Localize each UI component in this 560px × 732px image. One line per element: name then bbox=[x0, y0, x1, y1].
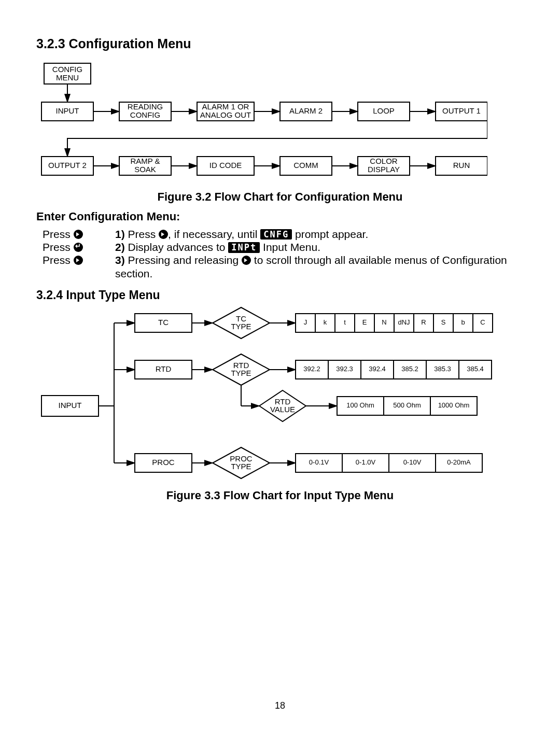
opt-label: 0-20mA bbox=[447, 458, 471, 466]
box-rtd: RTD bbox=[156, 364, 172, 373]
box-comm: COMM bbox=[293, 161, 318, 170]
box-output2: OUTPUT 2 bbox=[48, 161, 87, 170]
opt-label: 100 Ohm bbox=[346, 401, 374, 409]
badge-inpt: INPt bbox=[228, 242, 260, 252]
opt-label: b bbox=[461, 318, 465, 326]
opt-label: dNJ bbox=[398, 318, 410, 326]
dia-proctype-l2: TYPE bbox=[231, 462, 251, 471]
step2-pre: Display advances to bbox=[125, 241, 229, 253]
box-ramp-l1: RAMP & bbox=[130, 157, 160, 165]
box-loop: LOOP bbox=[373, 106, 395, 115]
box-alarm1-l2: ANALOG OUT bbox=[200, 110, 251, 119]
opt-label: 392.4 bbox=[369, 365, 386, 373]
badge-cnfg: CNFG bbox=[260, 229, 292, 240]
step1-num: 1) bbox=[115, 228, 125, 240]
opt-label: S bbox=[441, 318, 446, 326]
step2-post: Input Menu. bbox=[260, 241, 320, 253]
step1-mid: , if necessary, until bbox=[168, 228, 260, 240]
dia-rtdtype-l2: TYPE bbox=[231, 369, 251, 377]
box-input2: INPUT bbox=[59, 401, 82, 410]
opt-label: 500 Ohm bbox=[393, 401, 421, 409]
fig-33-caption: Figure 3.3 Flow Chart for Input Type Men… bbox=[36, 489, 524, 502]
box-color-l1: COLOR bbox=[370, 157, 398, 165]
box-idcode: ID CODE bbox=[209, 161, 242, 170]
opt-label: 385.2 bbox=[401, 365, 418, 373]
opt-label: 0-10V bbox=[403, 458, 422, 466]
section-323-heading: 3.2.3 Configuration Menu bbox=[36, 36, 524, 51]
box-proc: PROC bbox=[152, 458, 175, 467]
opt-label: 385.4 bbox=[467, 365, 484, 373]
enter-button-icon bbox=[74, 243, 83, 252]
dia-rtdval-l2: VALUE bbox=[270, 405, 295, 414]
step3-num: 3) bbox=[115, 254, 125, 266]
menu-button-icon-3 bbox=[74, 256, 83, 265]
press-label-1: Press bbox=[43, 228, 74, 240]
enter-config-steps: Press 1) Press , if necessary, until CNF… bbox=[43, 228, 524, 280]
opt-label: 392.2 bbox=[303, 365, 320, 373]
menu-button-icon bbox=[74, 230, 83, 239]
box-config-l2: MENU bbox=[56, 73, 79, 82]
press-label-3: Press bbox=[43, 254, 74, 266]
opt-label: 1000 Ohm bbox=[438, 401, 470, 409]
box-ramp-l2: SOAK bbox=[134, 165, 156, 174]
box-input: INPUT bbox=[56, 106, 79, 115]
step3-pre: Pressing and releasing bbox=[125, 254, 242, 266]
box-run: RUN bbox=[453, 161, 470, 170]
box-color-l2: DISPLAY bbox=[368, 165, 400, 174]
opt-label: J bbox=[304, 318, 307, 326]
opt-label: 392.3 bbox=[336, 365, 353, 373]
enter-config-heading: Enter Configuration Menu: bbox=[36, 210, 524, 223]
opt-label: E bbox=[362, 318, 367, 326]
opt-label: 385.3 bbox=[434, 365, 451, 373]
opt-label: 0-1.0V bbox=[356, 458, 376, 466]
opt-label: k bbox=[324, 318, 327, 326]
page-number: 18 bbox=[0, 700, 560, 711]
box-alarm1-l1: ALARM 1 OR bbox=[202, 102, 249, 111]
opt-label: C bbox=[480, 318, 485, 326]
fig-33-flowchart: INPUT TC TC TYPE JktENdNJRSbC RTD RTD TY… bbox=[36, 302, 503, 484]
box-alarm2: ALARM 2 bbox=[289, 106, 323, 115]
box-tc: TC bbox=[158, 318, 169, 327]
menu-button-icon-4 bbox=[242, 256, 251, 265]
box-reading-l1: READING bbox=[128, 102, 163, 111]
fig-32-flowchart: CONFIG MENU INPUT READING CONFIG ALARM 1… bbox=[36, 61, 487, 185]
box-output1: OUTPUT 1 bbox=[442, 106, 481, 115]
opt-label: N bbox=[382, 318, 386, 326]
step1-post: prompt appear. bbox=[292, 228, 368, 240]
box-config-l1: CONFIG bbox=[52, 65, 82, 74]
step2-num: 2) bbox=[115, 241, 125, 253]
fig-32-caption: Figure 3.2 Flow Chart for Configuration … bbox=[36, 190, 524, 204]
press-label-2: Press bbox=[43, 241, 74, 253]
section-324-heading: 3.2.4 Input Type Menu bbox=[36, 288, 524, 302]
step1-pre: Press bbox=[125, 228, 159, 240]
opt-label: t bbox=[344, 318, 346, 326]
opt-label: 0-0.1V bbox=[309, 458, 329, 466]
menu-button-icon-2 bbox=[159, 230, 168, 239]
dia-tctype-l2: TYPE bbox=[231, 322, 251, 331]
box-reading-l2: CONFIG bbox=[130, 110, 160, 119]
opt-label: R bbox=[421, 318, 426, 326]
